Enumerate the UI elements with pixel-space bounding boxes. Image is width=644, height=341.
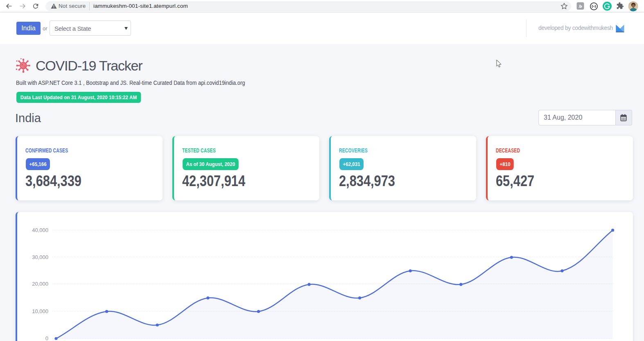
svg-text:30,000: 30,000 [32, 254, 48, 260]
svg-text:0: 0 [45, 335, 48, 341]
svg-text:40,000: 40,000 [32, 227, 48, 233]
svg-text:10,000: 10,000 [32, 308, 48, 314]
svg-text:20,000: 20,000 [32, 281, 48, 287]
